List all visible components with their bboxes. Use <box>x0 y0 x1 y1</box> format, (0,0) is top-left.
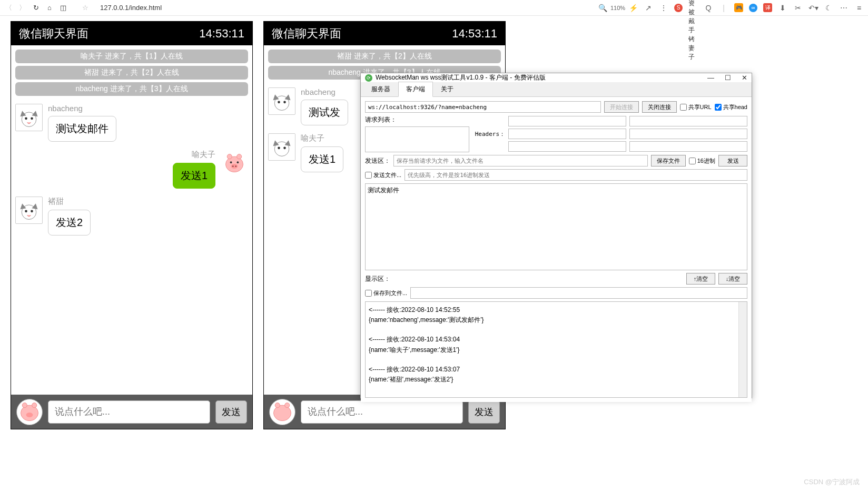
btn-clear-down[interactable]: ↓清空 <box>718 273 747 285</box>
msg-username: nbacheng <box>301 87 348 96</box>
ws-url-input[interactable] <box>365 101 601 113</box>
header-key-1[interactable] <box>508 116 626 126</box>
minimize-icon[interactable]: — <box>707 74 714 82</box>
svg-point-12 <box>237 161 239 163</box>
cb-save-to-file[interactable]: 保存到文件... <box>365 289 407 297</box>
moon-icon[interactable]: ☾ <box>824 3 833 13</box>
zoom-level: 110% <box>613 3 623 13</box>
news-headline[interactable]: 男子拖欠工资被戴手铐妻子 <box>688 3 698 13</box>
avatar-cat <box>15 197 43 224</box>
msg-bubble: 发送2 <box>48 210 91 236</box>
join-notice: 褚甜 进来了，共【2】人在线 <box>268 50 501 63</box>
display-zone-label: 显示区： <box>365 275 390 283</box>
header-val-3[interactable] <box>629 141 747 152</box>
save-to-file-input[interactable] <box>410 287 747 299</box>
log-area[interactable]: <------ 接收:2022-08-10 14:52:55{name:'nba… <box>365 301 747 398</box>
avatar-cat <box>268 133 295 161</box>
cb-share-url[interactable]: 共享URL <box>680 103 712 111</box>
snip-icon[interactable]: ✂ <box>793 3 803 13</box>
avatar-cat <box>268 87 295 115</box>
msg-username: nbacheng <box>48 104 116 113</box>
svg-point-33 <box>275 403 280 407</box>
tab-about[interactable]: 关于 <box>433 82 461 97</box>
message-row: 褚甜 发送2 <box>15 197 248 236</box>
btn-close-connect[interactable]: 关闭连接 <box>642 101 677 113</box>
hamburger-icon[interactable]: ≡ <box>854 3 864 13</box>
share-icon[interactable]: ↗ <box>644 3 653 13</box>
svg-point-10 <box>235 165 236 167</box>
menu-dots-icon[interactable]: ⋯ <box>839 3 849 13</box>
browser-toolbar: 〈 〉 ↻ ⌂ ◫ ☆ 127.0.0.1/index.html 🔍 110% … <box>0 0 868 16</box>
reload-icon[interactable]: ↻ <box>32 4 40 12</box>
send-textarea[interactable]: 测试发邮件 <box>365 183 747 270</box>
chat-time: 14:53:11 <box>199 27 244 41</box>
join-notice: nbacheng 进来了，共【3】人在线 <box>15 82 248 96</box>
infinity-icon[interactable]: ∞ <box>749 4 757 12</box>
cb-send-file[interactable]: 发送文件... <box>365 171 401 179</box>
save-filename-input[interactable] <box>393 155 648 166</box>
undo-icon[interactable]: ↶▾ <box>808 3 818 13</box>
message-row: nbacheng 测试发邮件 <box>15 104 248 142</box>
svg-point-9 <box>232 165 234 167</box>
header-key-2[interactable] <box>508 129 626 139</box>
btn-start-connect[interactable]: 开始连接 <box>604 101 639 113</box>
bookmark-icon[interactable]: ☆ <box>81 4 90 12</box>
btn-clear-up[interactable]: ↑清空 <box>686 273 715 285</box>
svg-point-17 <box>31 210 33 213</box>
zoom-icon[interactable]: 🔍 <box>598 3 607 13</box>
flash-icon[interactable]: ⚡ <box>628 3 638 13</box>
send-button[interactable]: 发送 <box>468 400 500 424</box>
cb-share-head[interactable]: 共享head <box>715 103 747 111</box>
download-icon[interactable]: ⬇ <box>778 3 787 13</box>
scrollbar[interactable] <box>738 302 747 397</box>
btn-send[interactable]: 发送 <box>718 155 747 166</box>
forward-icon[interactable]: 〉 <box>18 4 26 12</box>
home-icon[interactable]: ⌂ <box>45 4 54 12</box>
search-icon[interactable]: Q <box>704 3 713 13</box>
game-icon[interactable]: 🎮 <box>734 3 743 12</box>
msg-username: 喻夫子 <box>192 150 215 160</box>
tab-client[interactable]: 客户端 <box>398 82 433 97</box>
send-zone-label: 发送区： <box>365 156 390 165</box>
tab-server[interactable]: 服务器 <box>363 82 398 97</box>
svg-point-34 <box>285 403 290 407</box>
chat-footer: 发送 <box>11 395 252 429</box>
chat-title: 微信聊天界面 <box>19 26 88 42</box>
header-val-1[interactable] <box>629 116 747 126</box>
join-notice: 喻夫子 进来了，共【1】人在线 <box>15 50 248 63</box>
btn-save-file[interactable]: 保存文件 <box>651 155 686 166</box>
cb-hex[interactable]: 16进制 <box>689 157 715 165</box>
svg-point-11 <box>230 161 232 163</box>
watermark: CSDN @宁波阿成 <box>804 477 860 487</box>
footer-avatar <box>269 399 295 425</box>
svg-point-16 <box>25 210 27 213</box>
ws-title-text: WebsocketMan ws wss测试工具v1.0.9 - 客户端 - 免费… <box>376 73 546 82</box>
footer-avatar <box>16 399 43 425</box>
message-input[interactable] <box>48 400 210 424</box>
sogou-icon[interactable]: S <box>674 4 683 12</box>
chat-header: 微信聊天界面 14:53:11 <box>264 22 505 45</box>
translate-icon[interactable]: 译 <box>763 3 772 12</box>
maximize-icon[interactable]: ☐ <box>725 74 731 82</box>
close-icon[interactable]: ✕ <box>742 74 747 82</box>
priority-input[interactable] <box>405 169 747 181</box>
header-key-3[interactable] <box>508 141 626 152</box>
more-v-icon[interactable]: ⋮ <box>659 3 668 13</box>
svg-point-4 <box>31 117 33 120</box>
chat-panel-left: 微信聊天界面 14:53:11 喻夫子 进来了，共【1】人在线 褚甜 进来了，共… <box>11 21 253 429</box>
send-button[interactable]: 发送 <box>215 400 247 424</box>
message-input[interactable] <box>301 400 463 424</box>
back-icon[interactable]: 〈 <box>4 4 13 12</box>
ws-body: 开始连接 关闭连接 共享URL 共享head 请求列表： Headers： 发送… <box>361 97 752 402</box>
reader-icon[interactable]: ◫ <box>59 4 67 12</box>
svg-point-25 <box>278 101 280 104</box>
chat-time: 14:53:11 <box>452 27 497 41</box>
request-list[interactable] <box>365 126 469 152</box>
svg-point-19 <box>22 403 27 407</box>
svg-point-30 <box>278 147 280 150</box>
header-val-2[interactable] <box>629 129 747 139</box>
ws-titlebar[interactable]: ⟳ WebsocketMan ws wss测试工具v1.0.9 - 客户端 - … <box>361 73 752 82</box>
svg-point-6 <box>227 154 232 159</box>
url-bar[interactable]: 127.0.0.1/index.html <box>100 4 162 12</box>
browser-right-tools: 🔍 110% ⚡ ↗ ⋮ S 男子拖欠工资被戴手铐妻子 Q | 🎮 ∞ 译 ⬇ … <box>598 3 864 13</box>
